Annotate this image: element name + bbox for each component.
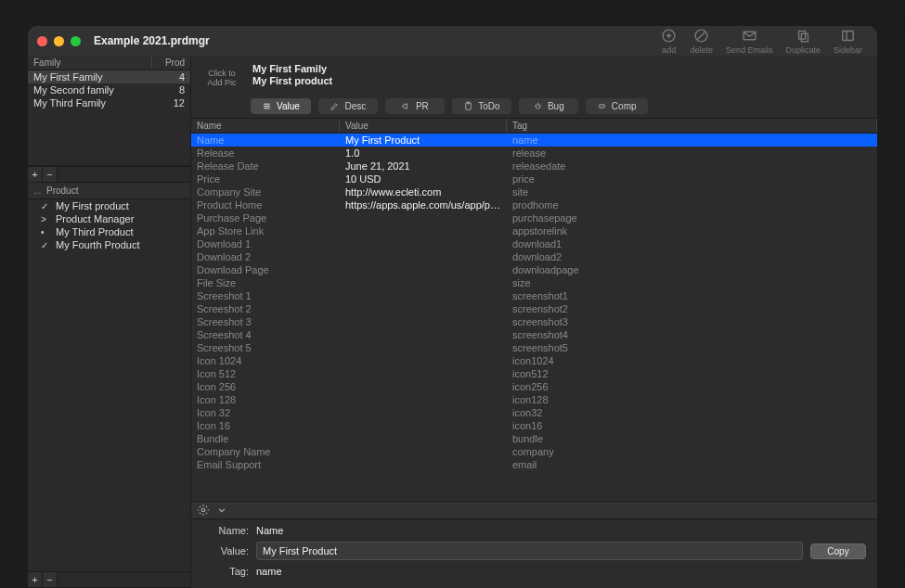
- link-icon: [597, 101, 607, 111]
- cell-tag: screenshot1: [507, 289, 877, 302]
- sidebar-button[interactable]: Sidebar: [834, 28, 862, 55]
- table-row[interactable]: Release1.0release: [191, 147, 877, 160]
- family-header-name[interactable]: Family: [33, 58, 151, 68]
- chevron-down-icon[interactable]: [215, 504, 228, 517]
- add-pic-box[interactable]: Click toAdd Pic: [200, 63, 243, 95]
- family-count: 8: [151, 84, 185, 96]
- family-remove-button[interactable]: −: [43, 167, 58, 182]
- cell-tag: releasedate: [507, 160, 877, 173]
- table-row[interactable]: Download Pagedownloadpage: [191, 263, 877, 276]
- cell-value: [340, 380, 507, 393]
- cell-tag: appstorelink: [507, 224, 877, 237]
- product-remove-button[interactable]: −: [43, 572, 58, 587]
- value-grid[interactable]: NameMy First ProductnameRelease1.0releas…: [191, 134, 877, 501]
- tab-value[interactable]: Value: [251, 98, 311, 114]
- column-name[interactable]: Name: [191, 119, 340, 133]
- copy-button[interactable]: Copy: [810, 543, 866, 559]
- table-row[interactable]: Icon 128icon128: [191, 393, 877, 406]
- svg-point-19: [201, 508, 205, 512]
- table-row[interactable]: Icon 256icon256: [191, 380, 877, 393]
- cell-name: Company Name: [191, 445, 340, 458]
- zoom-icon[interactable]: [71, 36, 81, 46]
- table-row[interactable]: NameMy First Productname: [191, 134, 877, 147]
- table-row[interactable]: Product Homehttps://apps.apple.com/us/ap…: [191, 198, 877, 211]
- product-row[interactable]: >Product Manager: [28, 212, 190, 225]
- left-sidebar: Family Prod My First Family4My Second fa…: [28, 56, 191, 588]
- product-mark-icon: ✓: [41, 240, 50, 250]
- add-button[interactable]: add: [661, 28, 677, 55]
- tab-bug[interactable]: Bug: [519, 98, 578, 114]
- family-count: 12: [151, 97, 185, 109]
- tab-pr[interactable]: PR: [385, 98, 445, 114]
- header-family: My First Family: [252, 63, 332, 74]
- megaphone-icon: [401, 101, 411, 111]
- table-row[interactable]: Company Namecompany: [191, 445, 877, 458]
- cell-tag: download1: [507, 237, 877, 250]
- family-row[interactable]: My Second family8: [28, 83, 190, 96]
- cell-value: [340, 419, 507, 432]
- duplicate-button[interactable]: Duplicate: [785, 28, 821, 55]
- cell-name: Screeshot 4: [191, 328, 340, 341]
- plus-circle-icon: [661, 28, 677, 44]
- detail-value-input[interactable]: [256, 542, 803, 560]
- cell-name: Product Home: [191, 198, 340, 211]
- svg-line-4: [697, 32, 705, 40]
- detail-value-label: Value:: [202, 545, 249, 556]
- family-row[interactable]: My Third Family12: [28, 96, 190, 109]
- family-row[interactable]: My First Family4: [28, 70, 190, 83]
- table-row[interactable]: Screeshot 3screenshot3: [191, 315, 877, 328]
- cell-tag: screenshot2: [507, 302, 877, 315]
- table-row[interactable]: Bundlebundle: [191, 432, 877, 445]
- product-row[interactable]: ✓My Fourth Product: [28, 238, 190, 251]
- product-header-label[interactable]: Product: [46, 185, 185, 196]
- family-add-button[interactable]: +: [28, 167, 43, 182]
- gear-icon[interactable]: [197, 504, 210, 517]
- family-list: Family Prod My First Family4My Second fa…: [28, 56, 190, 166]
- table-row[interactable]: Screeshot 2screenshot2: [191, 302, 877, 315]
- table-row[interactable]: Icon 1024icon1024: [191, 354, 877, 367]
- column-value[interactable]: Value: [340, 119, 507, 133]
- cell-value: [340, 211, 507, 224]
- send-emails-button[interactable]: Send Emails: [726, 28, 773, 55]
- table-row[interactable]: Screeshot 4screenshot4: [191, 328, 877, 341]
- tab-desc[interactable]: Desc: [318, 98, 378, 114]
- table-row[interactable]: Icon 512icon512: [191, 367, 877, 380]
- tab-todo[interactable]: ToDo: [452, 98, 511, 114]
- detail-name-label: Name:: [202, 525, 249, 536]
- column-tag[interactable]: Tag: [507, 119, 877, 133]
- table-row[interactable]: App Store Linkappstorelink: [191, 224, 877, 237]
- table-row[interactable]: Icon 16icon16: [191, 419, 877, 432]
- cell-tag: screenshot4: [507, 328, 877, 341]
- cell-tag: price: [507, 173, 877, 185]
- cell-name: Download 1: [191, 237, 340, 250]
- cell-tag: screenshot5: [507, 341, 877, 354]
- table-row[interactable]: Company Sitehttp://www.ecleti.comsite: [191, 185, 877, 198]
- table-row[interactable]: Screeshot 5screenshot5: [191, 341, 877, 354]
- table-row[interactable]: Download 1download1: [191, 237, 877, 250]
- product-row[interactable]: •My Third Product: [28, 225, 190, 238]
- cell-value: [340, 341, 507, 354]
- table-row[interactable]: Email Supportemail: [191, 458, 877, 471]
- family-header-count[interactable]: Prod: [151, 58, 185, 68]
- table-row[interactable]: Release DateJune 21, 2021releasedate: [191, 160, 877, 173]
- table-row[interactable]: Icon 32icon32: [191, 406, 877, 419]
- tab-comp[interactable]: Comp: [586, 98, 648, 114]
- cell-value: [340, 263, 507, 276]
- table-row[interactable]: Screeshot 1screenshot1: [191, 289, 877, 302]
- close-icon[interactable]: [37, 36, 47, 46]
- cell-tag: icon16: [507, 419, 877, 432]
- product-header-dots[interactable]: ...: [33, 185, 46, 196]
- cell-value: June 21, 2021: [340, 160, 507, 173]
- delete-button[interactable]: delete: [690, 28, 713, 55]
- product-row[interactable]: ✓My First product: [28, 199, 190, 212]
- product-add-button[interactable]: +: [28, 572, 43, 587]
- cell-name: Icon 128: [191, 393, 340, 406]
- cell-name: Bundle: [191, 432, 340, 445]
- table-row[interactable]: File Sizesize: [191, 276, 877, 289]
- minimize-icon[interactable]: [54, 36, 64, 46]
- cell-name: Price: [191, 173, 340, 185]
- cell-value: https://apps.apple.com/us/app/produ...: [340, 198, 507, 211]
- table-row[interactable]: Download 2download2: [191, 250, 877, 263]
- table-row[interactable]: Purchase Pagepurchasepage: [191, 211, 877, 224]
- table-row[interactable]: Price10 USDprice: [191, 173, 877, 185]
